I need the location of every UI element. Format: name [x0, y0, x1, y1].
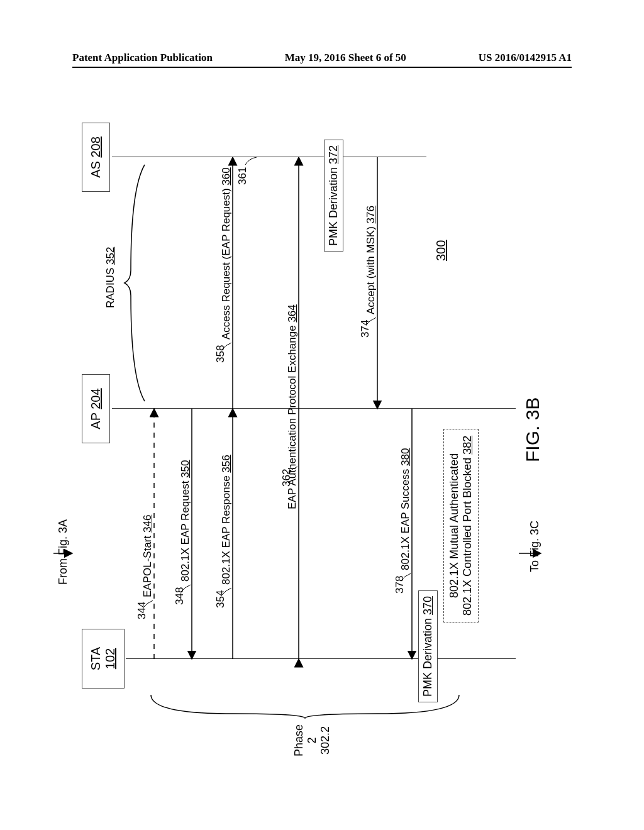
msg-eap-response: 802.1X EAP Response 356 [220, 455, 233, 585]
diagram: STA 102 AP 204 AS 208 From Fig. 3A To Fi… [0, 157, 644, 692]
status-line1: 802.1X Mutual Authenticated [448, 436, 461, 616]
figure-label: FIG. 3B [522, 397, 543, 462]
msg-access-request: Access Request (EAP Request) 360 [220, 167, 233, 340]
hook-374: 374 [359, 320, 372, 338]
figure-ref-300: 300 [434, 240, 448, 261]
msg-eap-request: 802.1X EAP Request 350 [179, 460, 192, 582]
msg-eap-success: 802.1X EAP Success 380 [399, 448, 412, 570]
msg-accept: Accept (with MSK) 376 [365, 206, 377, 314]
hook-354: 354 [214, 590, 227, 608]
hook-361: 361 [236, 167, 249, 185]
header-left: Patent Application Publication [72, 52, 213, 64]
hook-344: 344 [136, 602, 148, 619]
hook-348: 348 [174, 587, 186, 605]
pmk-derivation-as: PMK Derivation 372 [324, 140, 343, 252]
header-center: May 19, 2016 Sheet 6 of 50 [285, 52, 406, 64]
arrow-layer [44, 88, 579, 761]
header-rule [72, 67, 572, 68]
status-line2: 802.1X Controlled Port Blocked 382 [461, 436, 474, 616]
pmk-derivation-sta: PMK Derivation 370 [418, 590, 438, 702]
hook-378: 378 [394, 576, 406, 594]
hook-362: 362 [280, 469, 293, 487]
phase-label: Phase 2 302.2 [292, 720, 332, 761]
status-box: 802.1X Mutual Authenticated 802.1X Contr… [443, 429, 479, 622]
msg-eapol-start: EAPOL-Start 346 [142, 515, 154, 597]
header-right: US 2016/0142915 A1 [479, 52, 572, 64]
hook-358: 358 [214, 345, 227, 363]
radius-label: RADIUS 352 [104, 247, 117, 308]
